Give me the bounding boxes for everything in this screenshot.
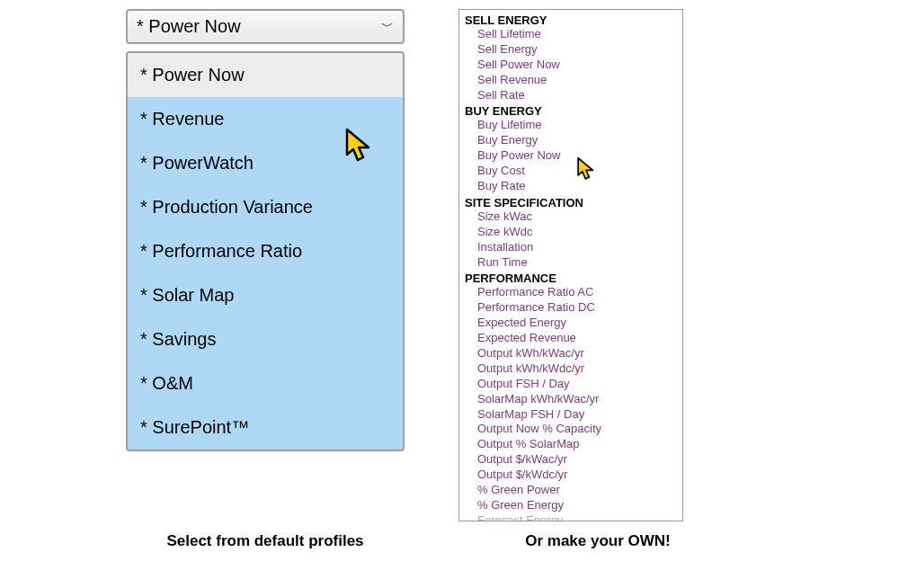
item-solarmap-kwh-kwac[interactable]: SolarMap kWh/kWac/yr [465,392,677,407]
item-output-kwh-kwdc[interactable]: Output kWh/kWdc/yr [465,361,677,377]
item-buy-cost[interactable]: Buy Cost [465,164,677,179]
item-installation[interactable]: Installation [465,240,677,255]
dropdown-item-powerwatch[interactable]: * PowerWatch [128,141,403,185]
item-sell-energy[interactable]: Sell Energy [465,42,677,58]
item-size-kwac[interactable]: Size kWac [465,209,677,225]
item-perf-ratio-ac[interactable]: Performance Ratio AC [465,285,677,300]
item-solarmap-fsh-day[interactable]: SolarMap FSH / Day [465,407,677,423]
dropdown-item-production-variance[interactable]: * Production Variance [128,185,403,229]
caption-default-profiles: Select from default profiles [126,532,405,550]
dropdown-item-revenue[interactable]: * Revenue [128,97,403,141]
item-output-pct-solarmap[interactable]: Output % SolarMap [465,437,677,452]
dropdown-item-power-now[interactable]: * Power Now [128,53,403,97]
item-output-now-capacity[interactable]: Output Now % Capacity [465,422,677,437]
item-size-kwdc[interactable]: Size kWdc [465,225,677,240]
item-output-dollar-kwdc[interactable]: Output $/kWdc/yr [465,468,677,483]
chevron-down-icon: ﹀ [381,19,394,35]
dropdown-item-om[interactable]: * O&M [128,361,403,405]
item-buy-rate[interactable]: Buy Rate [465,179,677,194]
item-sell-power-now[interactable]: Sell Power Now [465,58,677,73]
item-buy-power-now[interactable]: Buy Power Now [465,148,677,164]
item-pct-green-power[interactable]: % Green Power [465,483,677,498]
profile-dropdown[interactable]: * Power Now ﹀ [126,9,405,44]
item-expected-energy[interactable]: Expected Energy [465,316,677,331]
item-forecast-energy[interactable]: Forecast Energy [465,513,677,521]
section-site-spec: SITE SPECIFICATION [465,196,677,209]
section-performance: PERFORMANCE [465,272,677,285]
dropdown-item-performance-ratio[interactable]: * Performance Ratio [128,229,403,273]
profile-dropdown-list: * Power Now * Revenue * PowerWatch * Pro… [126,51,405,451]
item-run-time[interactable]: Run Time [465,255,677,271]
item-sell-revenue[interactable]: Sell Revenue [465,73,677,88]
dropdown-item-surepoint[interactable]: * SurePoint™ [128,405,403,450]
section-sell-energy: SELL ENERGY [465,13,677,27]
item-expected-revenue[interactable]: Expected Revenue [465,331,677,346]
item-output-dollar-kwac[interactable]: Output $/kWac/yr [465,452,677,468]
custom-metrics-panel: SELL ENERGY Sell Lifetime Sell Energy Se… [458,9,683,521]
dropdown-item-savings[interactable]: * Savings [128,317,403,361]
item-buy-lifetime[interactable]: Buy Lifetime [465,118,677,133]
section-buy-energy: BUY ENERGY [465,104,677,118]
item-output-kwh-kwac[interactable]: Output kWh/kWac/yr [465,346,677,361]
item-sell-lifetime[interactable]: Sell Lifetime [465,27,677,42]
item-buy-energy[interactable]: Buy Energy [465,133,677,148]
item-pct-green-energy[interactable]: % Green Energy [465,498,677,513]
dropdown-selected-label: * Power Now [137,16,241,37]
caption-make-your-own: Or make your OWN! [485,532,710,550]
dropdown-item-solar-map[interactable]: * Solar Map [128,273,403,317]
item-perf-ratio-dc[interactable]: Performance Ratio DC [465,300,677,316]
item-sell-rate[interactable]: Sell Rate [465,88,677,103]
item-output-fsh-day[interactable]: Output FSH / Day [465,377,677,392]
